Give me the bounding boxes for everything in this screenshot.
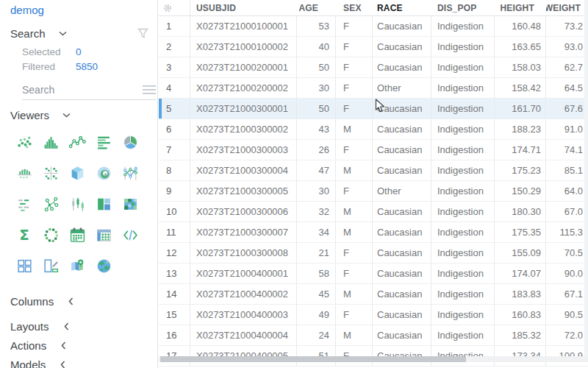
cell-age: 30 [297,181,336,201]
viewer-contour-plot[interactable] [90,158,117,188]
parallel-coordinates-icon [122,165,139,182]
table-row[interactable]: 10 X0273T21000300006 32 M Caucasian Indi… [159,202,588,222]
cell-dis-pop: Indigestion [431,243,495,263]
cell-row-number: 16 [159,325,190,345]
cell-dis-pop: Indigestion [431,325,495,345]
viewer-dendrogram[interactable] [37,188,64,219]
table-row[interactable]: 1 X0273T21000100001 53 F Caucasian Indig… [159,16,588,37]
cell-race: Other [373,78,431,98]
viewer-cube-3d[interactable] [64,158,90,188]
sidebar-item-actions[interactable]: Actions [10,339,66,352]
filter-funnel-icon[interactable] [137,28,148,39]
table-row[interactable]: 4 X0273T21000200002 30 F Other Indigesti… [159,78,588,99]
viewer-radial-dot-plot[interactable] [11,158,37,188]
menu-lines-icon[interactable] [143,85,156,94]
viewers-section-header[interactable]: Viewers [10,109,148,121]
search-input[interactable]: Search [22,80,156,100]
column-header-usubjid[interactable]: USUBJID [190,0,297,15]
table-row[interactable]: 9 X0273T21000300005 30 F Other Indigesti… [159,181,588,202]
radial-dot-plot-icon [16,165,33,182]
cell-weight: 64.5 [546,78,588,98]
viewers-icon-grid: Σ [11,127,145,281]
scatter-plot-icon [16,134,33,151]
column-header-weight[interactable]: WEIGHT [546,0,588,15]
viewer-summary-sigma[interactable]: Σ [11,219,37,250]
viewer-geo-map[interactable] [64,250,90,281]
cell-sex: F [336,37,373,57]
column-header-race[interactable]: RACE [373,0,431,15]
table-row[interactable]: 13 X0273T21000400001 58 F Caucasian Indi… [159,263,588,284]
cell-race: Caucasian [373,160,431,180]
viewer-pivot-table[interactable] [90,219,117,250]
cell-sex: M [336,222,373,242]
viewer-line-chart[interactable] [64,127,90,158]
viewer-tile-layout[interactable] [11,250,37,281]
cell-row-number: 3 [159,57,190,77]
viewer-scatter-matrix[interactable] [37,158,64,188]
cell-weight: 67.0 [546,202,588,222]
table-row[interactable]: 16 X0273T21000400004 24 M Caucasian Indi… [159,325,588,346]
column-header-age[interactable]: AGE [297,0,336,15]
filtered-count[interactable]: 5850 [76,61,98,72]
viewer-globe-map[interactable] [90,250,117,281]
viewer-box-plot[interactable] [64,188,90,219]
cell-dis-pop: Indigestion [431,140,495,160]
table-row[interactable]: 11 X0273T21000300007 34 M Caucasian Indi… [159,222,588,243]
viewer-dash-plot[interactable] [11,188,37,219]
viewer-scatter-plot[interactable] [11,127,37,158]
vertical-scrollbar[interactable] [584,0,588,356]
cell-dis-pop: Indigestion [431,37,495,57]
cell-usubjid: X0273T21000400001 [190,263,297,283]
viewer-pie-chart[interactable] [117,127,143,158]
table-body: 1 X0273T21000100001 53 F Caucasian Indig… [159,16,588,367]
cell-race: Caucasian [373,222,431,242]
scatter-matrix-icon [43,165,60,182]
cell-sex: F [336,78,373,98]
cell-row-number: 14 [159,284,190,304]
table-row[interactable]: 8 X0273T21000300004 47 M Caucasian Indig… [159,160,588,181]
column-header-sex[interactable]: SEX [336,0,373,15]
viewer-dot-cluster[interactable] [37,219,64,250]
table-row[interactable]: 6 X0273T21000300002 43 M Caucasian Indig… [159,119,588,140]
cell-weight: 85.1 [546,160,588,180]
calendar-icon [69,227,86,244]
viewer-bar-chart-horizontal[interactable] [90,127,117,158]
sidebar-item-layouts[interactable]: Layouts [10,320,69,333]
sidebar-item-columns[interactable]: Columns [10,295,74,308]
horizontal-scrollbar-thumb[interactable] [160,356,466,362]
cell-sex: F [336,16,373,36]
cell-sex: F [336,305,373,325]
cell-race: Caucasian [373,16,431,36]
table-row[interactable]: 14 X0273T21000400002 45 M Caucasian Indi… [159,284,588,305]
chevron-left-icon [64,322,69,330]
sidebar-item-models[interactable]: Models [10,358,65,368]
search-section-header[interactable]: Search [10,27,148,40]
table-row[interactable]: 15 X0273T21000400003 49 F Caucasian Indi… [159,305,588,325]
table-row[interactable]: 3 X0273T21000200001 50 F Caucasian Indig… [159,57,588,78]
column-header-dis-pop[interactable]: DIS_POP [431,0,495,15]
table-row[interactable]: 2 X0273T21000100002 40 F Caucasian Indig… [159,37,588,57]
dataset-title[interactable]: demog [10,4,44,16]
cell-weight: 70.5 [546,243,588,263]
viewer-calendar[interactable] [64,219,90,250]
viewer-code-view[interactable] [117,219,143,250]
horizontal-scrollbar[interactable] [159,356,588,362]
table-settings-cell[interactable] [159,0,190,15]
viewer-treemap[interactable] [90,188,117,219]
viewer-parallel-coordinates[interactable] [117,158,143,188]
selected-count[interactable]: 0 [76,46,82,57]
viewer-heatmap-mosaic[interactable] [117,188,143,219]
contour-plot-icon [96,165,112,182]
viewer-histogram[interactable] [37,127,64,158]
viewer-form-editor[interactable] [37,250,64,281]
cell-usubjid: X0273T21000300003 [190,140,297,160]
table-row[interactable]: 12 X0273T21000300008 21 F Caucasian Indi… [159,243,588,263]
heatmap-mosaic-icon [122,196,139,213]
cell-age: 43 [297,119,336,139]
gear-icon [163,4,172,13]
data-table: USUBJID AGE SEX RACE DIS_POP HEIGHT WEIG… [159,0,588,368]
column-header-height[interactable]: HEIGHT [495,0,546,15]
table-row[interactable]: 5 X0273T21000300001 50 F Caucasian Indig… [159,99,588,119]
cell-age: 47 [297,160,336,180]
table-row[interactable]: 7 X0273T21000300003 26 F Caucasian Indig… [159,140,588,160]
